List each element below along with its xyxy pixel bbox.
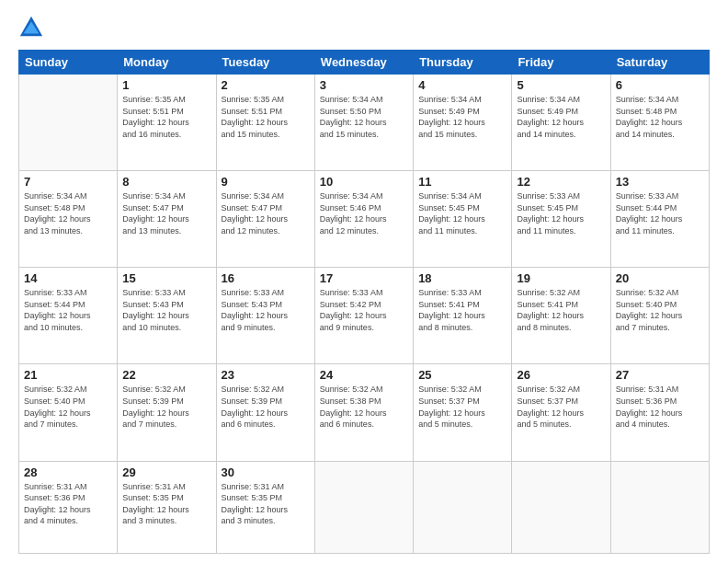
page: SundayMondayTuesdayWednesdayThursdayFrid… [0, 0, 728, 563]
calendar-cell: 17Sunrise: 5:33 AM Sunset: 5:42 PM Dayli… [314, 268, 413, 364]
day-info: Sunrise: 5:31 AM Sunset: 5:36 PM Dayligh… [24, 481, 112, 527]
day-number: 22 [122, 368, 210, 382]
day-number: 26 [517, 368, 605, 382]
day-info: Sunrise: 5:32 AM Sunset: 5:37 PM Dayligh… [418, 384, 506, 430]
calendar-cell: 16Sunrise: 5:33 AM Sunset: 5:43 PM Dayli… [216, 268, 314, 364]
day-number: 4 [418, 78, 506, 92]
calendar-cell: 20Sunrise: 5:32 AM Sunset: 5:40 PM Dayli… [610, 268, 709, 364]
day-info: Sunrise: 5:35 AM Sunset: 5:51 PM Dayligh… [122, 94, 210, 140]
day-info: Sunrise: 5:34 AM Sunset: 5:48 PM Dayligh… [616, 94, 704, 140]
calendar-cell: 13Sunrise: 5:33 AM Sunset: 5:44 PM Dayli… [610, 171, 709, 268]
weekday-header-wednesday: Wednesday [314, 51, 413, 75]
day-number: 24 [320, 368, 408, 382]
day-info: Sunrise: 5:34 AM Sunset: 5:49 PM Dayligh… [517, 94, 605, 140]
weekday-header-friday: Friday [512, 51, 610, 75]
calendar-cell: 2Sunrise: 5:35 AM Sunset: 5:51 PM Daylig… [216, 75, 314, 171]
day-info: Sunrise: 5:31 AM Sunset: 5:35 PM Dayligh… [122, 481, 210, 527]
day-info: Sunrise: 5:33 AM Sunset: 5:42 PM Dayligh… [320, 287, 408, 333]
calendar-cell [19, 75, 118, 171]
day-number: 28 [24, 465, 112, 479]
calendar-cell: 28Sunrise: 5:31 AM Sunset: 5:36 PM Dayli… [19, 461, 118, 553]
weekday-header-thursday: Thursday [414, 51, 512, 75]
calendar-cell: 24Sunrise: 5:32 AM Sunset: 5:38 PM Dayli… [314, 364, 413, 461]
calendar-cell: 21Sunrise: 5:32 AM Sunset: 5:40 PM Dayli… [19, 364, 118, 461]
day-info: Sunrise: 5:32 AM Sunset: 5:40 PM Dayligh… [24, 384, 112, 430]
calendar-cell: 9Sunrise: 5:34 AM Sunset: 5:47 PM Daylig… [216, 171, 314, 268]
calendar-cell: 11Sunrise: 5:34 AM Sunset: 5:45 PM Dayli… [414, 171, 512, 268]
day-info: Sunrise: 5:34 AM Sunset: 5:45 PM Dayligh… [418, 190, 506, 236]
day-number: 8 [122, 175, 210, 189]
day-info: Sunrise: 5:33 AM Sunset: 5:43 PM Dayligh… [222, 287, 310, 333]
day-number: 19 [517, 271, 605, 285]
day-info: Sunrise: 5:31 AM Sunset: 5:36 PM Dayligh… [616, 384, 704, 430]
day-info: Sunrise: 5:32 AM Sunset: 5:41 PM Dayligh… [517, 287, 605, 333]
logo [18, 15, 48, 40]
day-number: 13 [616, 175, 704, 189]
calendar-cell: 3Sunrise: 5:34 AM Sunset: 5:50 PM Daylig… [314, 75, 413, 171]
day-info: Sunrise: 5:32 AM Sunset: 5:37 PM Dayligh… [517, 384, 605, 430]
day-number: 10 [320, 175, 408, 189]
calendar-cell: 23Sunrise: 5:32 AM Sunset: 5:39 PM Dayli… [216, 364, 314, 461]
calendar-week-row: 1Sunrise: 5:35 AM Sunset: 5:51 PM Daylig… [19, 75, 710, 171]
calendar-cell: 8Sunrise: 5:34 AM Sunset: 5:47 PM Daylig… [118, 171, 216, 268]
day-number: 1 [122, 78, 210, 92]
calendar-table: SundayMondayTuesdayWednesdayThursdayFrid… [18, 50, 710, 554]
weekday-header-sunday: Sunday [19, 51, 118, 75]
day-info: Sunrise: 5:33 AM Sunset: 5:44 PM Dayligh… [24, 287, 112, 333]
day-number: 29 [122, 465, 210, 479]
day-number: 17 [320, 271, 408, 285]
day-info: Sunrise: 5:31 AM Sunset: 5:35 PM Dayligh… [222, 481, 310, 527]
day-info: Sunrise: 5:34 AM Sunset: 5:47 PM Dayligh… [222, 190, 310, 236]
day-info: Sunrise: 5:32 AM Sunset: 5:39 PM Dayligh… [122, 384, 210, 430]
header [18, 15, 710, 40]
calendar-cell [314, 461, 413, 553]
calendar-cell: 27Sunrise: 5:31 AM Sunset: 5:36 PM Dayli… [610, 364, 709, 461]
calendar-cell: 15Sunrise: 5:33 AM Sunset: 5:43 PM Dayli… [118, 268, 216, 364]
calendar-week-row: 21Sunrise: 5:32 AM Sunset: 5:40 PM Dayli… [19, 364, 710, 461]
calendar-cell: 22Sunrise: 5:32 AM Sunset: 5:39 PM Dayli… [118, 364, 216, 461]
day-number: 15 [122, 271, 210, 285]
day-info: Sunrise: 5:33 AM Sunset: 5:44 PM Dayligh… [616, 190, 704, 236]
calendar-cell: 29Sunrise: 5:31 AM Sunset: 5:35 PM Dayli… [118, 461, 216, 553]
day-number: 6 [616, 78, 704, 92]
day-info: Sunrise: 5:34 AM Sunset: 5:50 PM Dayligh… [320, 94, 408, 140]
day-info: Sunrise: 5:35 AM Sunset: 5:51 PM Dayligh… [222, 94, 310, 140]
calendar-cell: 25Sunrise: 5:32 AM Sunset: 5:37 PM Dayli… [414, 364, 512, 461]
day-info: Sunrise: 5:34 AM Sunset: 5:47 PM Dayligh… [122, 190, 210, 236]
calendar-cell: 10Sunrise: 5:34 AM Sunset: 5:46 PM Dayli… [314, 171, 413, 268]
calendar-cell [512, 461, 610, 553]
weekday-header-tuesday: Tuesday [216, 51, 314, 75]
day-info: Sunrise: 5:34 AM Sunset: 5:46 PM Dayligh… [320, 190, 408, 236]
day-number: 16 [222, 271, 310, 285]
day-number: 14 [24, 271, 112, 285]
day-info: Sunrise: 5:34 AM Sunset: 5:49 PM Dayligh… [418, 94, 506, 140]
day-number: 25 [418, 368, 506, 382]
calendar-cell: 19Sunrise: 5:32 AM Sunset: 5:41 PM Dayli… [512, 268, 610, 364]
day-number: 12 [517, 175, 605, 189]
calendar-week-row: 7Sunrise: 5:34 AM Sunset: 5:48 PM Daylig… [19, 171, 710, 268]
logo-icon [18, 15, 44, 40]
weekday-header-row: SundayMondayTuesdayWednesdayThursdayFrid… [19, 51, 710, 75]
day-number: 7 [24, 175, 112, 189]
calendar-cell [610, 461, 709, 553]
calendar-cell: 7Sunrise: 5:34 AM Sunset: 5:48 PM Daylig… [19, 171, 118, 268]
calendar-cell: 5Sunrise: 5:34 AM Sunset: 5:49 PM Daylig… [512, 75, 610, 171]
day-info: Sunrise: 5:32 AM Sunset: 5:40 PM Dayligh… [616, 287, 704, 333]
day-info: Sunrise: 5:33 AM Sunset: 5:41 PM Dayligh… [418, 287, 506, 333]
calendar-cell: 26Sunrise: 5:32 AM Sunset: 5:37 PM Dayli… [512, 364, 610, 461]
day-number: 5 [517, 78, 605, 92]
day-info: Sunrise: 5:34 AM Sunset: 5:48 PM Dayligh… [24, 190, 112, 236]
calendar-cell: 4Sunrise: 5:34 AM Sunset: 5:49 PM Daylig… [414, 75, 512, 171]
day-number: 21 [24, 368, 112, 382]
day-number: 23 [222, 368, 310, 382]
day-info: Sunrise: 5:32 AM Sunset: 5:39 PM Dayligh… [222, 384, 310, 430]
day-number: 30 [222, 465, 310, 479]
day-number: 9 [222, 175, 310, 189]
day-info: Sunrise: 5:32 AM Sunset: 5:38 PM Dayligh… [320, 384, 408, 430]
calendar-week-row: 14Sunrise: 5:33 AM Sunset: 5:44 PM Dayli… [19, 268, 710, 364]
weekday-header-saturday: Saturday [610, 51, 709, 75]
calendar-cell: 12Sunrise: 5:33 AM Sunset: 5:45 PM Dayli… [512, 171, 610, 268]
day-info: Sunrise: 5:33 AM Sunset: 5:45 PM Dayligh… [517, 190, 605, 236]
day-number: 3 [320, 78, 408, 92]
calendar-cell [414, 461, 512, 553]
